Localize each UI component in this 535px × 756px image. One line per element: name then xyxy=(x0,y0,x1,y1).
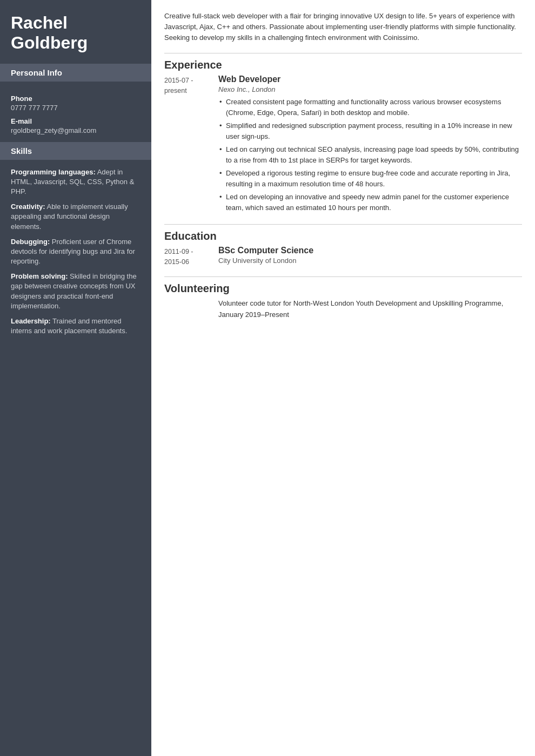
education-title: Education xyxy=(164,230,522,242)
skills-header: Skills xyxy=(0,142,151,160)
phone-value: 0777 777 7777 xyxy=(11,104,141,112)
main-content: Creative full-stack web developer with a… xyxy=(151,0,535,756)
education-divider xyxy=(164,224,522,225)
education-section: Education 2011-09 -2015-06BSc Computer S… xyxy=(164,230,522,268)
experience-entry: 2015-07 -presentWeb DeveloperNexo Inc., … xyxy=(164,75,522,215)
institution-name: City University of London xyxy=(218,256,522,265)
skill-item: Problem solving: Skilled in bridging the… xyxy=(11,272,141,311)
candidate-name: Rachel Goldberg xyxy=(11,13,141,53)
education-entries: 2011-09 -2015-06BSc Computer ScienceCity… xyxy=(164,246,522,268)
skills-title: Skills xyxy=(11,146,141,156)
volunteering-section: Volunteering Volunteer code tutor for No… xyxy=(164,282,522,320)
experience-entries: 2015-07 -presentWeb DeveloperNexo Inc., … xyxy=(164,75,522,215)
email-label: E-mail xyxy=(11,117,141,125)
personal-info-header: Personal Info xyxy=(0,64,151,82)
experience-bullets: Created consistent page formatting and f… xyxy=(218,97,522,213)
personal-info-title: Personal Info xyxy=(11,68,141,77)
company-name: Nexo Inc., London xyxy=(218,85,522,93)
volunteering-divider xyxy=(164,276,522,277)
education-date: 2011-09 -2015-06 xyxy=(164,246,218,268)
skill-item: Leadership: Trained and mentored interns… xyxy=(11,316,141,336)
experience-divider xyxy=(164,53,522,53)
experience-title: Experience xyxy=(164,59,522,71)
bullet-item: Led on developing an innovative and spee… xyxy=(218,192,522,213)
education-entry: 2011-09 -2015-06BSc Computer ScienceCity… xyxy=(164,246,522,268)
summary-text: Creative full-stack web developer with a… xyxy=(164,11,522,43)
volunteering-text: Volunteer code tutor for North-West Lond… xyxy=(218,298,522,320)
degree-title: BSc Computer Science xyxy=(218,246,522,255)
sidebar: Rachel Goldberg Personal Info Phone 0777… xyxy=(0,0,151,756)
experience-section: Experience 2015-07 -presentWeb Developer… xyxy=(164,59,522,215)
volunteering-date xyxy=(164,298,218,320)
volunteering-title: Volunteering xyxy=(164,282,522,295)
bullet-item: Created consistent page formatting and f… xyxy=(218,97,522,118)
name-block: Rachel Goldberg xyxy=(0,0,151,64)
skill-item: Creativity: Able to implement visually a… xyxy=(11,202,141,232)
email-value: rgoldberg_zety@gmail.com xyxy=(11,126,141,134)
phone-label: Phone xyxy=(11,94,141,103)
bullet-item: Led on carrying out technical SEO analys… xyxy=(218,144,522,165)
skill-item: Programming languages: Adept in HTML, Ja… xyxy=(11,167,141,197)
bullet-item: Simplified and redesigned subscription p… xyxy=(218,120,522,141)
bullet-item: Developed a rigorous testing regime to e… xyxy=(218,168,522,189)
skill-item: Debugging: Proficient user of Chrome dev… xyxy=(11,237,141,267)
personal-info-content: Phone 0777 777 7777 E-mail rgoldberg_zet… xyxy=(0,82,151,142)
job-title: Web Developer xyxy=(218,75,522,84)
volunteering-entry: Volunteer code tutor for North-West Lond… xyxy=(164,298,522,320)
experience-date: 2015-07 -present xyxy=(164,75,218,215)
skills-content: Programming languages: Adept in HTML, Ja… xyxy=(0,160,151,349)
